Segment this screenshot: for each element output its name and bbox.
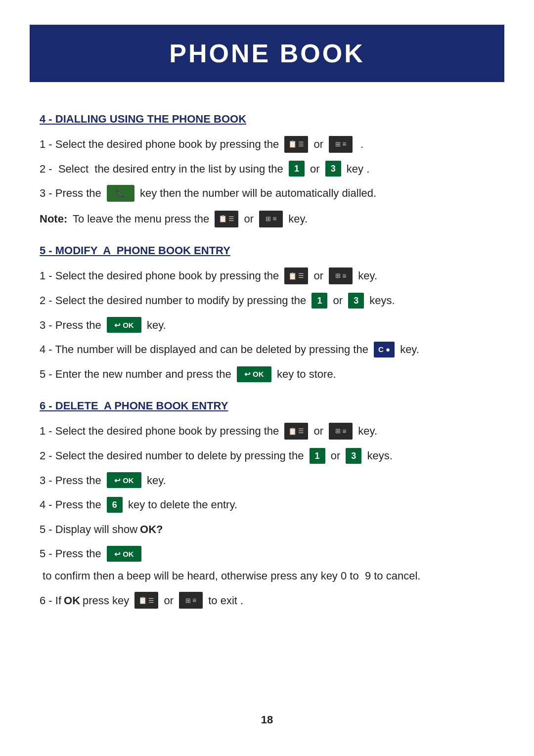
section-6-steps: 1 - Select the desired phone book by pre… (40, 421, 494, 610)
step-text: 5 - Enter the new number and press the ↩… (40, 364, 494, 384)
step-text: 2 - Select the desired number to modify … (40, 291, 494, 311)
c-key-s5: C ● (374, 342, 395, 357)
list-item: 2 - Select the desired number to delete … (40, 446, 494, 466)
list-item: 1 - Select the desired phone book by pre… (40, 266, 494, 286)
section-6-title: 6 - DELETE A PHONE BOOK ENTRY (40, 400, 494, 412)
ok-bold: OK? (140, 520, 163, 539)
list-item: 4 - Press the 6 key to delete the entry. (40, 495, 494, 515)
list-item: 6 - If OK press key 📋☰ or ⊞≡ to exit . (40, 591, 494, 611)
ok-key-s5-2: ↩ OK (237, 366, 271, 382)
num-3-key: 3 (325, 161, 341, 177)
num-1-key-s6: 1 (310, 448, 325, 464)
num-1-key: 1 (289, 161, 305, 177)
pb-key-1: 📋☰ (284, 136, 308, 153)
ok-if-bold: OK (64, 591, 80, 611)
ok-key-s5-1: ↩ OK (107, 317, 141, 333)
phone-key: 📞 (107, 185, 134, 202)
list-item: 3 - Press the ↩ OK key. (40, 315, 494, 335)
note-line: Note: To leave the menu press the 📋☰ or … (40, 209, 494, 229)
content-area: 4 - DIALLING USING THE PHONE BOOK 1 - Se… (0, 82, 534, 630)
num-3-key-s5: 3 (348, 293, 364, 309)
list-item: 5 - Enter the new number and press the ↩… (40, 364, 494, 384)
section-4-steps: 1 - Select the desired phone book by pre… (40, 134, 494, 203)
step-text: 3 - Press the 📞 key then the number will… (40, 183, 494, 203)
list-item: 1 - Select the desired phone book by pre… (40, 421, 494, 441)
page-title: PHONE BOOK (59, 39, 475, 68)
pb-key-s5-1: 📋☰ (284, 267, 308, 284)
list-item: 3 - Press the 📞 key then the number will… (40, 183, 494, 203)
num-6-key-s6: 6 (107, 497, 123, 513)
step-text: 2 - Select the desired entry in the list… (40, 159, 494, 179)
pb-key-note-2: ⊞≡ (259, 211, 283, 227)
step-text: 1 - Select the desired phone book by pre… (40, 421, 494, 441)
section-5-steps: 1 - Select the desired phone book by pre… (40, 266, 494, 384)
page-header: PHONE BOOK (0, 25, 534, 82)
list-item: 5 - Display will show OK? (40, 520, 494, 539)
list-item: 4 - The number will be displayed and can… (40, 340, 494, 359)
pb-key-2: ⊞≡ (329, 136, 353, 153)
step-text: 2 - Select the desired number to delete … (40, 446, 494, 466)
ok-key-s6-2: ↩ OK (107, 546, 141, 562)
section-5-title: 5 - MODIFY A PHONE BOOK ENTRY (40, 244, 494, 257)
pb-key-s6-1: 📋☰ (284, 423, 308, 440)
page-number: 18 (261, 713, 273, 726)
step-text: 4 - Press the 6 key to delete the entry. (40, 495, 494, 515)
list-item: 5 - Press the ↩ OK to confirm then a bee… (40, 544, 494, 585)
section-5: 5 - MODIFY A PHONE BOOK ENTRY 1 - Select… (40, 244, 494, 384)
list-item: 1 - Select the desired phone book by pre… (40, 134, 494, 154)
num-3-key-s6: 3 (346, 448, 361, 464)
pb-key-note-1: 📋☰ (215, 211, 238, 227)
num-1-key-s5: 1 (312, 293, 327, 309)
pb-key-s6-exit-2: ⊞≡ (179, 592, 203, 609)
list-item: 2 - Select the desired number to modify … (40, 291, 494, 311)
ok-key-s6-1: ↩ OK (107, 472, 141, 488)
section-4-title: 4 - DIALLING USING THE PHONE BOOK (40, 113, 494, 126)
step-text: 5 - Display will show OK? (40, 520, 494, 539)
pb-key-s6-exit-1: 📋☰ (134, 592, 158, 609)
step-text: 3 - Press the ↩ OK key. (40, 315, 494, 335)
list-item: 2 - Select the desired entry in the list… (40, 159, 494, 179)
section-4: 4 - DIALLING USING THE PHONE BOOK 1 - Se… (40, 113, 494, 228)
pb-key-s6-2: ⊞≡ (329, 423, 353, 440)
step-text: 1 - Select the desired phone book by pre… (40, 134, 494, 154)
note-label: Note: (40, 209, 67, 229)
step-text: 4 - The number will be displayed and can… (40, 340, 494, 359)
step-text: 6 - If OK press key 📋☰ or ⊞≡ to exit . (40, 591, 494, 611)
step-text: 3 - Press the ↩ OK key. (40, 471, 494, 490)
pb-key-s5-2: ⊞≡ (329, 267, 353, 284)
step-text: 5 - Press the ↩ OK to confirm then a bee… (40, 544, 494, 585)
list-item: 3 - Press the ↩ OK key. (40, 471, 494, 490)
section-6: 6 - DELETE A PHONE BOOK ENTRY 1 - Select… (40, 400, 494, 610)
step-text: 1 - Select the desired phone book by pre… (40, 266, 494, 286)
